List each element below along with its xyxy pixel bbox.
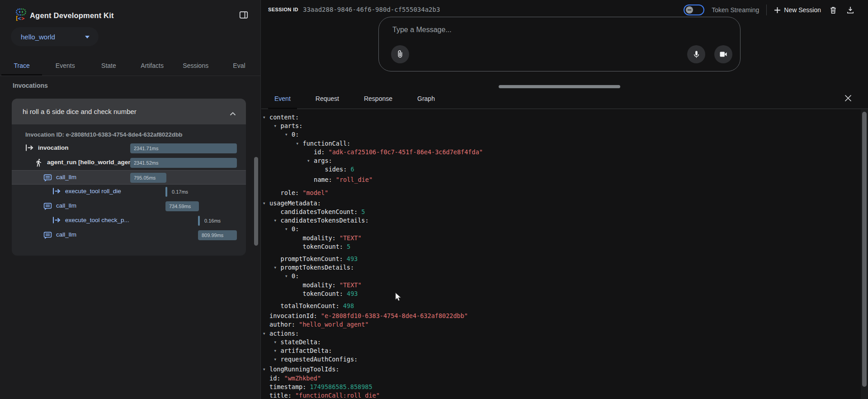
collapse-triangle-icon[interactable]: ▼ (274, 216, 281, 225)
trace-row-call_llm[interactable]: call_llm795.05ms (12, 170, 246, 185)
json-line-args[interactable]: ▼args: (263, 157, 859, 165)
json-line-0[interactable]: ▼0: (263, 225, 859, 233)
trace-row-invocation[interactable]: invocation2341.71ms (12, 141, 246, 156)
token-streaming-toggle[interactable] (684, 5, 704, 15)
video-button[interactable] (714, 45, 732, 63)
indent-spacer (274, 189, 281, 197)
json-key: requestedAuthConfigs: (281, 356, 358, 363)
svg-text:>: > (21, 15, 24, 21)
sidebar-tab-trace[interactable]: Trace (0, 55, 43, 76)
collapse-triangle-icon[interactable]: ▼ (274, 122, 281, 130)
collapse-triangle-icon[interactable]: ▼ (274, 355, 281, 364)
delete-session-button[interactable] (828, 5, 838, 15)
attach-file-button[interactable] (391, 45, 409, 63)
json-line-tokenCount: tokenCount: 493 (263, 290, 859, 298)
paperclip-icon (396, 50, 405, 59)
sidebar-tab-artifacts[interactable]: Artifacts (131, 55, 174, 76)
detail-tab-request[interactable]: Request (309, 89, 345, 109)
sidebar-tab-state[interactable]: State (87, 55, 130, 76)
collapse-triangle-icon[interactable]: ▼ (263, 329, 269, 338)
json-line-requestedAuthConfigs[interactable]: ▼requestedAuthConfigs: (263, 355, 859, 364)
span-label: execute_tool roll_die (65, 188, 121, 195)
horizontal-scrollbar[interactable] (499, 85, 620, 88)
trace-tree: invocation2341.71msagent_run [hello_worl… (12, 141, 246, 242)
json-line-functionCall[interactable]: ▼functionCall: (263, 139, 859, 148)
toggle-knob (686, 6, 693, 14)
message-placeholder: Type a Message... (392, 26, 452, 34)
plus-icon (774, 7, 781, 14)
json-line-promptTokensDetails[interactable]: ▼promptTokensDetails: (263, 263, 859, 272)
json-line-content[interactable]: ▼content: (263, 113, 859, 122)
span-label: call_llm (56, 231, 76, 238)
trace-row-agent_run[interactable]: agent_run [hello_world_agent]2341.52ms (12, 156, 246, 170)
json-key: content: (269, 114, 299, 121)
collapse-triangle-icon[interactable]: ▼ (274, 263, 281, 272)
export-session-button[interactable] (845, 5, 855, 15)
json-line-usageMetadata[interactable]: ▼usageMetadata: (263, 199, 859, 208)
json-key: candidatesTokensDetails: (281, 217, 369, 224)
microphone-button[interactable] (687, 45, 705, 63)
json-line-modality: modality: "TEXT" (263, 281, 859, 290)
trace-row-execute_tool[interactable]: execute_tool check_p...0.16ms (12, 214, 246, 228)
trace-row-call_llm[interactable]: call_llm809.99ms (12, 228, 246, 242)
collapse-triangle-icon[interactable]: ▼ (285, 272, 292, 280)
json-line-title: title: "functionCall:roll_die" (263, 391, 859, 399)
span-label: call_llm (56, 202, 76, 209)
json-key: stateDelta: (281, 338, 321, 346)
json-value: "TEXT" (336, 281, 362, 289)
json-line-candidatesTokensDetails[interactable]: ▼candidatesTokensDetails: (263, 216, 859, 225)
close-icon[interactable] (844, 94, 853, 103)
invocation-card: hi roll a 6 side dice and check number I… (12, 99, 246, 256)
json-key: sides: (325, 166, 347, 173)
sidebar-tab-sessions[interactable]: Sessions (174, 55, 217, 76)
event-detail-panel: EventRequestResponseGraph ▼content:▼part… (261, 89, 868, 399)
tab-label: Sessions (183, 62, 208, 69)
detail-tab-graph[interactable]: Graph (411, 89, 441, 109)
collapse-triangle-icon[interactable]: ▼ (274, 347, 281, 355)
json-line-stateDelta[interactable]: ▼stateDelta: (263, 338, 859, 347)
event-json-tree: ▼content:▼parts:▼0:▼functionCall: id: "a… (261, 109, 859, 399)
tab-label: Trace (14, 62, 29, 69)
collapse-triangle-icon[interactable]: ▼ (297, 139, 303, 148)
sidebar-tab-events[interactable]: Events (43, 55, 87, 76)
sidebar-scrollbar[interactable] (254, 157, 258, 246)
json-key: modality: (303, 281, 336, 289)
message-input[interactable]: Type a Message... (378, 17, 741, 71)
agent-select-dropdown[interactable]: hello_world (11, 27, 99, 46)
detail-tab-response[interactable]: Response (358, 89, 399, 109)
json-line-author: author: "hello_world_agent" (263, 320, 859, 329)
adk-logo-icon: [ < > (15, 8, 27, 23)
vertical-scrollbar[interactable] (862, 112, 867, 387)
new-session-button[interactable]: New Session (774, 6, 821, 14)
detail-tab-event[interactable]: Event (268, 89, 297, 109)
collapse-sidebar-icon[interactable] (239, 10, 249, 20)
json-key: author: (269, 321, 295, 328)
json-line-0[interactable]: ▼0: (263, 130, 859, 139)
json-line-longRunningToolIds[interactable]: ▼longRunningToolIds: (263, 365, 859, 374)
invocation-id: Invocation ID: e-2808fd10-6383-4754-8de4… (25, 131, 183, 138)
token-streaming-label: Token Streaming (712, 6, 759, 14)
json-line-id: id: "adk-caf25106-f0c7-451f-86e4-3c6d7e8… (263, 148, 859, 157)
indent-spacer (274, 302, 281, 310)
sidebar-header: [ < > Agent Development Kit (0, 0, 260, 25)
collapse-triangle-icon[interactable]: ▼ (274, 338, 281, 347)
sidebar-tab-eval[interactable]: Eval (217, 55, 261, 76)
collapse-triangle-icon[interactable]: ▼ (263, 199, 269, 208)
json-line-0[interactable]: ▼0: (263, 272, 859, 280)
collapse-triangle-icon[interactable]: ▼ (263, 113, 269, 122)
mic-icon (692, 50, 701, 59)
invocation-card-header[interactable]: hi roll a 6 side dice and check number (12, 99, 246, 124)
json-line-totalTokenCount: totalTokenCount: 498 (263, 302, 859, 310)
collapse-triangle-icon[interactable]: ▼ (263, 365, 269, 374)
span-label: agent_run [hello_world_agent] (47, 159, 136, 166)
json-line-parts[interactable]: ▼parts: (263, 122, 859, 130)
json-line-actions[interactable]: ▼actions: (263, 329, 859, 338)
collapse-triangle-icon[interactable]: ▼ (307, 157, 314, 165)
duration-tick (165, 187, 167, 197)
trace-row-call_llm[interactable]: call_llm734.59ms (12, 199, 246, 214)
session-id-label: SESSION ID (268, 7, 298, 12)
collapse-triangle-icon[interactable]: ▼ (285, 130, 292, 139)
collapse-triangle-icon[interactable]: ▼ (285, 225, 292, 233)
trace-row-execute_tool[interactable]: execute_tool roll_die0.17ms (12, 185, 246, 199)
json-line-artifactDelta[interactable]: ▼artifactDelta: (263, 347, 859, 355)
